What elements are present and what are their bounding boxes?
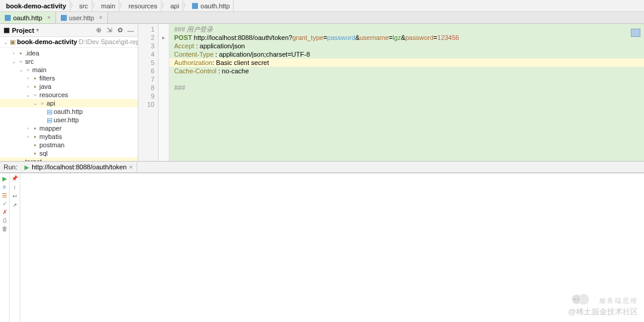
tree-row[interactable]: ›▪filters bbox=[0, 74, 138, 82]
code-line[interactable]: Cache-Control : no-cache bbox=[174, 67, 644, 75]
tree-arrow-icon[interactable]: ⌄ bbox=[11, 59, 17, 64]
tree-label: api bbox=[47, 100, 55, 107]
folder-open-icon: ▫ bbox=[24, 66, 32, 73]
close-icon[interactable]: × bbox=[129, 163, 132, 171]
folder-icon: ▪ bbox=[31, 75, 39, 82]
run-mid-toolbar: 📌 ↕ ↩ ↗ bbox=[10, 174, 20, 322]
dropdown-icon[interactable]: ▾ bbox=[36, 27, 39, 33]
run-panel: ▶ ≡ ☰ ✓ ✗ ⎙ 🗑 📌 ↕ ↩ ↗ bbox=[0, 173, 644, 322]
tree-label: resources bbox=[39, 91, 68, 98]
tree-label: oauth.http bbox=[54, 108, 83, 115]
link-icon[interactable]: ↗ bbox=[11, 202, 19, 209]
close-icon[interactable]: × bbox=[99, 14, 103, 21]
scroll-icon[interactable]: ↕ bbox=[11, 184, 19, 191]
breadcrumb: book-demo-activity〉src〉main〉resources〉ap… bbox=[0, 0, 644, 12]
editor-tab[interactable]: oauth.http× bbox=[0, 12, 56, 23]
tree-arrow-icon[interactable]: ⌄ bbox=[32, 101, 38, 106]
code-line[interactable] bbox=[174, 75, 644, 83]
breadcrumb-label: resources bbox=[128, 2, 157, 10]
pin-icon[interactable]: 📌 bbox=[11, 175, 19, 182]
fold-marker bbox=[159, 83, 169, 92]
collapse-icon[interactable]: ⊕ bbox=[95, 27, 102, 34]
breadcrumb-separator: 〉 bbox=[183, 2, 188, 10]
tree-row[interactable]: ›▪mapper bbox=[0, 124, 138, 132]
breadcrumb-item[interactable]: book-demo-activity bbox=[2, 0, 70, 11]
tree-row[interactable]: ⌄▫api bbox=[0, 99, 138, 107]
breadcrumb-item[interactable]: resources bbox=[125, 0, 161, 11]
tree-row[interactable]: ▪postman bbox=[0, 141, 138, 149]
tree-row[interactable]: ›▪mybatis bbox=[0, 132, 138, 141]
breadcrumb-separator: 〉 bbox=[70, 2, 76, 10]
tree-row[interactable]: ⌄▫resources bbox=[0, 91, 138, 99]
line-number: 4 bbox=[138, 50, 154, 58]
tree-row[interactable]: ⌄▫main bbox=[0, 66, 138, 74]
line-number: 6 bbox=[138, 67, 154, 75]
check-icon[interactable]: ✓ bbox=[1, 200, 8, 207]
breadcrumb-item[interactable]: src bbox=[76, 0, 92, 11]
folder-icon: ▪ bbox=[31, 150, 39, 157]
close-icon[interactable]: × bbox=[47, 14, 51, 21]
fold-marker[interactable]: ▸ bbox=[159, 33, 169, 42]
fold-marker bbox=[159, 58, 169, 67]
tree-arrow-icon[interactable]: › bbox=[25, 76, 31, 81]
breadcrumb-item[interactable]: oauth.http bbox=[188, 0, 234, 11]
breadcrumb-item[interactable]: api bbox=[167, 0, 184, 11]
tree-row[interactable]: ▪sql bbox=[0, 149, 138, 157]
project-tree: ›▪.idea⌄▫src⌄▫main›▪filters›▪java⌄▫resou… bbox=[0, 48, 138, 161]
tree-row[interactable]: ⌄▫src bbox=[0, 57, 138, 66]
trash-icon[interactable]: 🗑 bbox=[1, 225, 8, 232]
breadcrumb-separator: 〉 bbox=[162, 2, 167, 10]
code-line[interactable] bbox=[174, 100, 644, 109]
print-icon[interactable]: ⎙ bbox=[1, 216, 8, 224]
code-line[interactable]: Accept : application/json bbox=[174, 42, 644, 50]
tree-arrow-icon[interactable]: › bbox=[11, 51, 17, 56]
editor-tab[interactable]: user.http× bbox=[56, 12, 108, 23]
run-tab[interactable]: ▶ http://localhost:8088/oauth/token × bbox=[21, 162, 137, 172]
run-label: Run: bbox=[4, 163, 17, 171]
tree-label: user.http bbox=[54, 116, 79, 123]
code-line[interactable] bbox=[174, 92, 644, 100]
tree-icon[interactable]: ☰ bbox=[1, 191, 8, 199]
tree-arrow-icon[interactable]: › bbox=[25, 134, 31, 140]
tree-arrow-icon[interactable]: ⌄ bbox=[18, 67, 24, 73]
run-output[interactable] bbox=[20, 174, 644, 322]
tab-label: user.http bbox=[69, 14, 94, 21]
tree-row[interactable]: ›▪.idea bbox=[0, 49, 138, 57]
run-icon[interactable]: ▶ bbox=[1, 175, 8, 182]
line-number: 3 bbox=[138, 42, 154, 50]
code-editor[interactable]: 12345678910 ▸ ### 用户登录POST http://localh… bbox=[138, 24, 644, 161]
code-line[interactable]: Authorization: Basic client secret bbox=[169, 58, 644, 67]
code-line[interactable]: ### 用户登录 bbox=[174, 25, 644, 33]
tree-row[interactable]: ›▪java bbox=[0, 82, 138, 91]
breadcrumb-separator: 〉 bbox=[92, 2, 98, 10]
line-gutter: 12345678910 bbox=[138, 24, 159, 161]
tree-label: .idea bbox=[25, 49, 39, 57]
cross-icon[interactable]: ✗ bbox=[1, 208, 8, 215]
tree-arrow-icon[interactable]: › bbox=[25, 84, 31, 89]
tree-arrow-icon[interactable]: › bbox=[25, 126, 31, 131]
code-line[interactable]: ### bbox=[174, 83, 644, 92]
root-path: D:\Dev Space\git-repo\github\book-de bbox=[79, 38, 138, 45]
filter-icon[interactable]: ≡ bbox=[1, 183, 8, 190]
hide-icon[interactable]: — bbox=[127, 27, 134, 34]
code-line[interactable]: Content-Type : application/json;charset=… bbox=[174, 50, 644, 58]
sidebar-tools: ⊕ ⇲ ✿ — bbox=[95, 27, 134, 34]
project-icon: ▦ bbox=[4, 26, 10, 34]
sidebar-title[interactable]: ▦ Project ▾ bbox=[4, 26, 95, 34]
tree-label: java bbox=[39, 83, 51, 90]
editor-mode-badge[interactable] bbox=[631, 29, 640, 37]
wrap-icon[interactable]: ↩ bbox=[11, 193, 19, 200]
project-root[interactable]: ⌄ ▣ book-demo-activity D:\Dev Space\git-… bbox=[0, 37, 138, 48]
code-content[interactable]: ### 用户登录POST http://localhost:8088/oauth… bbox=[169, 24, 644, 161]
fold-marker bbox=[159, 75, 169, 83]
tab-label: oauth.http bbox=[13, 14, 42, 21]
expand-icon[interactable]: ⇲ bbox=[106, 27, 113, 34]
code-line[interactable]: POST http://localhost:8088/oauth/token?g… bbox=[174, 33, 644, 42]
breadcrumb-item[interactable]: main bbox=[98, 0, 120, 11]
tree-arrow-icon[interactable]: ⌄ bbox=[25, 92, 31, 98]
tree-row[interactable]: ▤user.http bbox=[0, 116, 138, 124]
folder-open-icon: ▫ bbox=[38, 100, 47, 107]
tree-row[interactable]: ▤oauth.http bbox=[0, 107, 138, 116]
gear-icon[interactable]: ✿ bbox=[116, 27, 123, 34]
breadcrumb-separator: 〉 bbox=[119, 2, 125, 10]
